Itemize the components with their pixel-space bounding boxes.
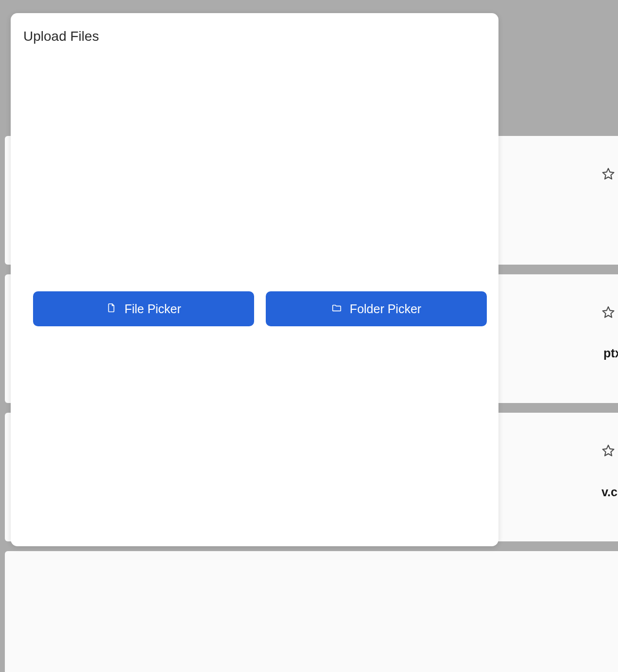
upload-files-modal: Upload Files File Picker Folder Picker bbox=[11, 13, 498, 546]
folder-icon bbox=[331, 302, 342, 316]
modal-title: Upload Files bbox=[22, 29, 487, 44]
star-icon[interactable] bbox=[601, 444, 615, 457]
background-filename-fragment: v.cs bbox=[601, 485, 618, 499]
file-picker-button[interactable]: File Picker bbox=[33, 291, 254, 326]
star-icon[interactable] bbox=[601, 305, 615, 319]
star-icon[interactable] bbox=[601, 167, 615, 181]
folder-picker-button[interactable]: Folder Picker bbox=[266, 291, 487, 326]
background-filename-fragment: ptx bbox=[603, 346, 618, 360]
svg-marker-1 bbox=[603, 307, 614, 318]
svg-marker-2 bbox=[603, 445, 614, 456]
svg-marker-0 bbox=[603, 168, 614, 179]
file-picker-label: File Picker bbox=[124, 302, 181, 316]
folder-picker-label: Folder Picker bbox=[350, 302, 421, 316]
file-icon bbox=[106, 302, 117, 316]
picker-button-row: File Picker Folder Picker bbox=[33, 291, 487, 326]
background-row bbox=[5, 551, 618, 672]
